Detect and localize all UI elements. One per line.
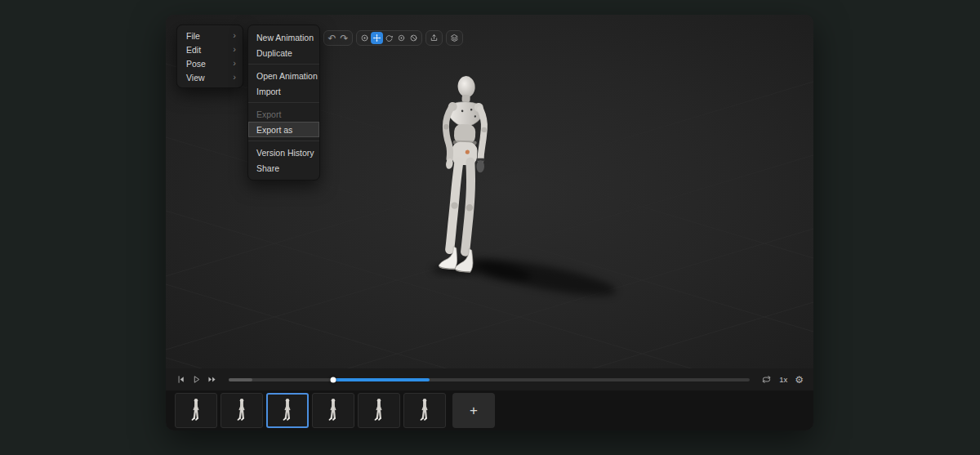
frame-pose-preview: [372, 395, 386, 426]
mannequin-model[interactable]: [423, 69, 537, 297]
menu-item-import[interactable]: Import: [248, 83, 319, 99]
rotate-icon: [385, 33, 394, 42]
menu-item-pose[interactable]: Pose ›: [177, 56, 243, 70]
menu-item-duplicate[interactable]: Duplicate: [248, 45, 319, 60]
disable-icon: [409, 33, 418, 42]
frame-thumbnail-3-selected[interactable]: [266, 393, 309, 428]
desktop: File › Edit › Pose › View › New Animatio…: [0, 0, 980, 455]
export-button[interactable]: [428, 32, 440, 44]
menu-divider: [248, 141, 319, 141]
undo-icon: ↶: [327, 33, 336, 43]
menu-item-view[interactable]: View ›: [177, 70, 243, 84]
redo-icon: ↷: [340, 33, 348, 43]
timeline-right-controls: 1x ⚙: [761, 374, 804, 385]
play-icon: [191, 374, 202, 385]
file-submenu: New Animation Duplicate Open Animation I…: [247, 25, 320, 181]
loop-button[interactable]: [761, 374, 772, 385]
disable-tool-button[interactable]: [408, 32, 420, 44]
timeline-track[interactable]: [229, 378, 750, 381]
export-group: [425, 30, 443, 46]
redo-button[interactable]: ↷: [338, 32, 350, 44]
frame-pose-preview: [326, 395, 341, 426]
orbit-tool-button[interactable]: [395, 32, 408, 44]
chevron-right-icon: ›: [233, 45, 236, 54]
loop-icon: [761, 374, 772, 385]
frame-thumbnail-5[interactable]: [358, 393, 400, 428]
chevron-right-icon: ›: [233, 59, 236, 68]
toolbar: ↶ ↷: [323, 30, 463, 46]
menu-divider: [248, 64, 319, 65]
skip-to-start-icon: [176, 374, 186, 385]
chevron-right-icon: ›: [233, 31, 236, 40]
move-tool-button[interactable]: [371, 32, 383, 44]
export-icon: [430, 33, 439, 42]
playhead[interactable]: [330, 377, 336, 382]
focus-tool-button[interactable]: [359, 32, 371, 44]
menu-item-label: View: [186, 73, 205, 83]
frame-thumbnail-6[interactable]: [403, 393, 446, 428]
frame-pose-preview: [280, 395, 295, 426]
undo-button[interactable]: ↶: [326, 32, 338, 44]
menu-divider: [248, 102, 319, 103]
menu-item-label: Edit: [186, 45, 201, 55]
add-frame-button[interactable]: +: [452, 393, 495, 428]
menu-item-label: File: [186, 31, 200, 41]
timeline-bar: 1x ⚙: [166, 368, 813, 390]
fast-forward-icon: [207, 374, 217, 385]
rotate-tool-button[interactable]: [383, 32, 395, 44]
history-group: ↶ ↷: [323, 30, 353, 46]
layers-button[interactable]: [448, 32, 461, 44]
fast-forward-button[interactable]: [207, 374, 217, 385]
tools-group: [356, 30, 422, 46]
transport-controls: [176, 374, 217, 385]
menu-item-export-as[interactable]: Export as: [248, 122, 319, 137]
timeline-settings-button[interactable]: ⚙: [795, 375, 804, 385]
app-window: File › Edit › Pose › View › New Animatio…: [166, 15, 813, 430]
frame-thumbnail-2[interactable]: [220, 393, 263, 428]
frame-strip: +: [166, 390, 813, 430]
menu-bar: File › Edit › Pose › View ›: [176, 25, 243, 88]
skip-to-start-button[interactable]: [176, 374, 186, 385]
frame-pose-preview: [417, 395, 432, 426]
menu-item-edit[interactable]: Edit ›: [177, 42, 243, 56]
menu-item-label: Pose: [186, 59, 206, 69]
menu-item-open-animation[interactable]: Open Animation: [248, 68, 319, 83]
frame-thumbnail-4[interactable]: [312, 393, 354, 428]
menu-item-version-history[interactable]: Version History: [248, 145, 319, 160]
menu-item-new-animation[interactable]: New Animation: [248, 29, 319, 45]
focus-icon: [360, 33, 369, 42]
timeline-progress-segment: [333, 378, 430, 381]
layers-group: [446, 30, 463, 46]
chevron-right-icon: ›: [233, 73, 236, 82]
playback-speed-label[interactable]: 1x: [779, 375, 787, 384]
layers-icon: [450, 33, 459, 42]
orbit-icon: [397, 33, 406, 42]
frame-thumbnail-1[interactable]: [175, 393, 217, 428]
timeline-lead-segment: [229, 378, 252, 381]
menu-item-export: Export: [248, 106, 319, 122]
gear-icon: ⚙: [795, 374, 804, 386]
move-icon: [372, 33, 381, 42]
frame-pose-preview: [234, 395, 249, 426]
play-button[interactable]: [191, 374, 202, 385]
plus-icon: +: [470, 403, 478, 419]
menu-item-share[interactable]: Share: [248, 160, 319, 176]
frame-pose-preview: [189, 395, 203, 426]
menu-item-file[interactable]: File ›: [177, 29, 243, 42]
